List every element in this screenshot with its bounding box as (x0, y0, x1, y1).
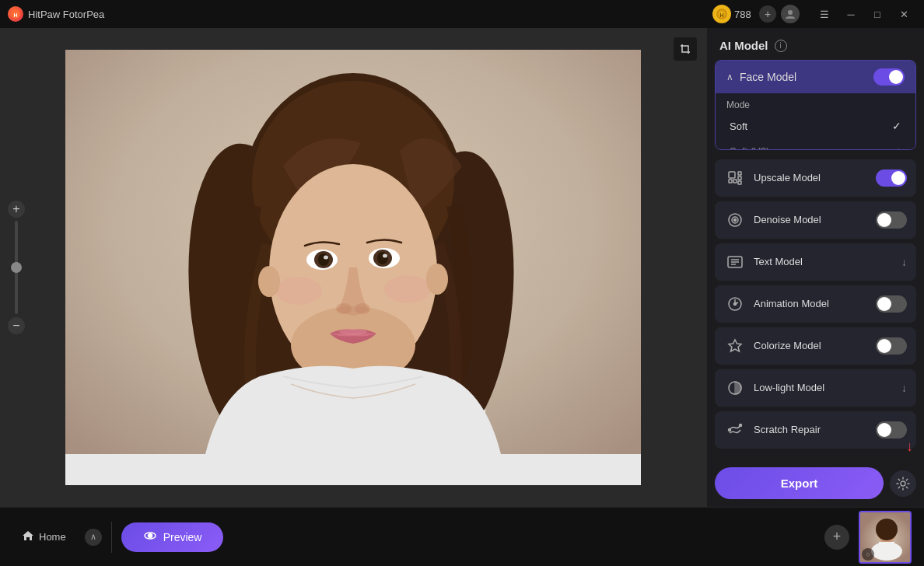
face-model-chevron: ∧ (726, 72, 733, 82)
mode-softv2-label: Soft (V2) (730, 145, 896, 150)
scroll-hint: ↓ (707, 453, 924, 461)
svg-point-46 (901, 481, 905, 486)
svg-rect-34 (738, 172, 741, 175)
svg-point-4 (788, 10, 793, 15)
mode-option-soft[interactable]: Soft ✓ (719, 114, 912, 138)
mode-label: Mode (716, 93, 915, 114)
preview-button[interactable]: Preview (121, 522, 224, 552)
svg-point-18 (318, 253, 329, 266)
upscale-model-row[interactable]: Upscale Model (715, 159, 916, 197)
minimize-button[interactable]: ─ (838, 5, 863, 23)
svg-point-48 (148, 533, 152, 537)
menu-button[interactable]: ☰ (812, 5, 837, 23)
denoise-model-row[interactable]: Denoise Model (715, 201, 916, 239)
canvas-image (65, 50, 641, 485)
scratch-repair-row[interactable]: Scratch Repair (715, 411, 916, 449)
svg-point-45 (740, 424, 742, 426)
preview-label: Preview (163, 531, 202, 543)
lowlight-icon (724, 377, 746, 399)
svg-point-44 (729, 428, 731, 431)
svg-point-26 (339, 329, 367, 335)
info-icon[interactable]: i (775, 40, 787, 52)
lowlight-expand-icon: ↓ (901, 382, 907, 394)
zoom-slider[interactable] (15, 221, 18, 314)
svg-rect-53 (879, 542, 894, 554)
export-button[interactable]: Export (715, 467, 884, 499)
animation-model-toggle[interactable] (876, 295, 907, 313)
titlebar: H HitPaw FotorPea H 788 + ☰ ─ (0, 0, 924, 28)
add-coins-button[interactable]: + (759, 5, 776, 23)
other-models: Upscale Model Denoise Model (707, 156, 924, 453)
home-button[interactable]: Home (12, 525, 75, 550)
colorize-toggle-thumb (877, 339, 891, 353)
right-panel: AI Model i ∧ Face Model Mode Soft ✓ (706, 28, 924, 507)
preview-eye-icon (143, 529, 157, 546)
softv2-download-icon: ↓ (896, 145, 901, 150)
app-logo: H HitPaw FotorPea (8, 6, 104, 22)
thumbnail-indicator: ○ (862, 548, 874, 561)
home-icon (22, 529, 34, 545)
svg-rect-36 (738, 181, 741, 184)
bottom-divider (111, 522, 112, 553)
animation-model-row[interactable]: Animation Model (715, 285, 916, 323)
app-icon: H (8, 6, 23, 22)
maximize-button[interactable]: □ (865, 5, 890, 23)
svg-point-29 (258, 266, 280, 297)
colorize-model-label: Colorize Model (754, 340, 876, 351)
canvas-toolbar (674, 37, 697, 61)
canvas-area: + − (0, 28, 706, 507)
crop-button[interactable] (674, 37, 697, 61)
face-model-toggle-thumb (889, 70, 903, 84)
upscale-icon (724, 167, 746, 189)
panel-title: AI Model (719, 39, 768, 52)
export-settings-button[interactable] (890, 470, 916, 497)
scratch-repair-label: Scratch Repair (754, 424, 876, 435)
export-area: Export (707, 461, 924, 507)
svg-text:H: H (13, 12, 17, 18)
zoom-in-button[interactable]: + (8, 201, 25, 218)
svg-rect-32 (729, 180, 732, 183)
denoise-toggle-thumb (877, 213, 891, 227)
zoom-thumb[interactable] (11, 262, 22, 273)
image-thumbnail[interactable]: ○ (859, 511, 912, 564)
denoise-model-label: Denoise Model (754, 214, 876, 225)
close-button[interactable]: ✕ (891, 5, 916, 23)
upscale-toggle-thumb (891, 171, 905, 185)
svg-point-30 (426, 264, 448, 295)
upscale-model-label: Upscale Model (754, 172, 876, 183)
collapse-button[interactable]: ∧ (85, 529, 102, 546)
soft-check-icon: ✓ (892, 120, 901, 132)
scratch-repair-toggle[interactable] (876, 421, 907, 438)
home-label: Home (39, 531, 66, 543)
coin-badge: H 788 + (712, 5, 776, 23)
text-model-icon (724, 251, 746, 273)
bottom-bar: Home ∧ Preview + ○ (0, 507, 924, 566)
face-model-header[interactable]: ∧ Face Model (716, 61, 915, 93)
mode-area: Mode Soft ✓ Soft (V2) ↓ Sharp ↓ Select F… (716, 93, 915, 150)
text-model-label: Text Model (754, 256, 901, 267)
mode-option-softv2[interactable]: Soft (V2) ↓ (719, 138, 912, 150)
titlebar-right: H 788 + ☰ ─ □ ✕ (712, 5, 916, 23)
svg-point-24 (336, 303, 352, 314)
upscale-model-toggle[interactable] (876, 169, 907, 187)
user-avatar[interactable] (781, 5, 800, 23)
add-image-button[interactable]: + (824, 525, 849, 550)
coin-count: 788 (734, 9, 756, 20)
svg-point-51 (876, 519, 898, 540)
svg-text:H: H (719, 12, 723, 18)
text-model-row[interactable]: Text Model ↓ (715, 243, 916, 281)
svg-point-42 (734, 302, 737, 305)
scratch-toggle-thumb (877, 423, 891, 437)
colorize-model-row[interactable]: Colorize Model (715, 327, 916, 365)
colorize-icon (724, 335, 746, 357)
lowlight-model-row[interactable]: Low-light Model ↓ (715, 369, 916, 407)
face-model-label: Face Model (740, 71, 873, 83)
colorize-model-toggle[interactable] (876, 337, 907, 355)
svg-point-28 (384, 275, 431, 303)
main-area: + − AI Model i ∧ Face Model Mode (0, 28, 924, 507)
svg-point-39 (734, 218, 737, 221)
animation-model-label: Animation Model (754, 298, 876, 309)
face-model-toggle[interactable] (873, 68, 905, 86)
zoom-out-button[interactable]: − (8, 317, 25, 334)
denoise-model-toggle[interactable] (876, 211, 907, 229)
